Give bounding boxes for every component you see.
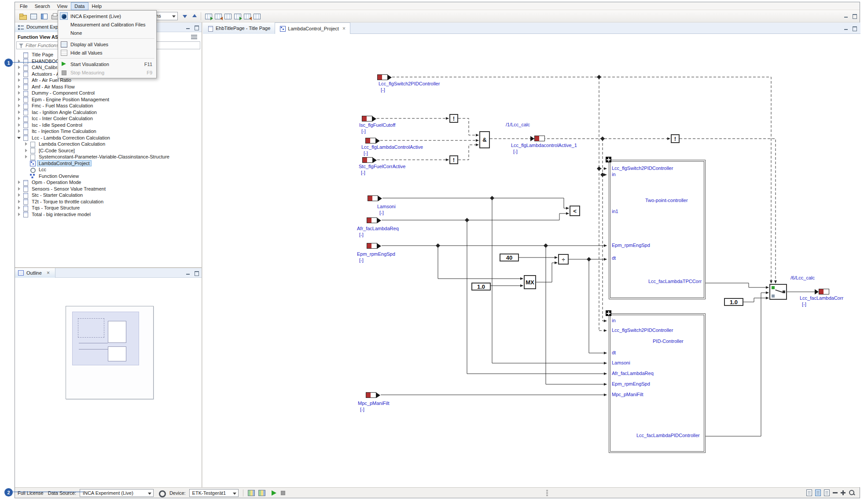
output-port-icon[interactable]	[815, 289, 829, 294]
tree-item[interactable]: Isc - Idle Speed Control	[15, 122, 202, 129]
menu-item[interactable]: Hide all Values	[59, 48, 156, 57]
table-import-icon[interactable]	[204, 12, 213, 21]
device-combo[interactable]: ETK-Testgerät1	[189, 489, 239, 497]
menubar-item[interactable]: View	[54, 2, 71, 10]
expander-icon[interactable]	[17, 90, 22, 96]
zoom-in-icon[interactable]	[841, 490, 846, 495]
outline-thumbnail[interactable]	[66, 306, 154, 399]
gear-icon[interactable]	[158, 489, 165, 497]
expander-icon[interactable]	[17, 52, 22, 58]
tree-item[interactable]: Amf - Air Mass Flow	[15, 84, 202, 90]
expander-icon[interactable]	[24, 147, 29, 154]
menu-item[interactable]: INCA Experiment (Live)	[59, 12, 156, 20]
expander-icon[interactable]	[17, 115, 22, 122]
measure-grid-icon[interactable]	[248, 490, 255, 496]
menu-item[interactable]: Start Visualization F11	[59, 60, 156, 68]
expander-icon[interactable]	[24, 141, 29, 147]
editor-tab[interactable]: LambdaControl_Project	[275, 22, 350, 34]
menu-item[interactable]: Display all Values	[59, 40, 156, 48]
tree-item[interactable]: Itc - Injection Time Calculation	[15, 128, 202, 135]
expander-icon[interactable]	[17, 71, 22, 77]
input-port-icon[interactable]	[362, 116, 376, 121]
expander-icon[interactable]	[17, 211, 22, 218]
block-diagram-canvas[interactable]: !!&!<÷MX401.01.0	[203, 34, 860, 487]
maximize-icon[interactable]	[852, 13, 857, 18]
menu-item[interactable]	[60, 57, 154, 59]
panel-minimize-icon[interactable]	[185, 25, 191, 30]
tree-item[interactable]: Fmc - Fuel Mass Calculation	[15, 103, 202, 109]
expander-icon[interactable]	[17, 205, 22, 211]
view-mode-1-icon[interactable]	[806, 489, 812, 496]
operator-block[interactable]: &	[479, 131, 490, 148]
menubar-item[interactable]: File	[16, 2, 31, 10]
editor-tab[interactable]: EhbTitlePage - Title Page	[203, 22, 275, 34]
menubar-item[interactable]: Search	[31, 2, 54, 10]
expand-plus-icon[interactable]	[606, 157, 611, 162]
statusbar-gripper[interactable]	[546, 490, 548, 496]
table-link-icon[interactable]	[233, 12, 242, 21]
expander-icon[interactable]	[17, 96, 22, 103]
navigate-up-icon[interactable]	[190, 12, 199, 21]
table-icon[interactable]	[224, 12, 232, 21]
view-mode-3-icon[interactable]	[824, 489, 830, 496]
editor-minimize-icon[interactable]	[843, 26, 849, 31]
operator-block[interactable]: 40	[500, 254, 519, 261]
tree-item[interactable]: Lambda Correction Calculation	[15, 141, 202, 147]
expand-plus-icon[interactable]	[606, 310, 611, 316]
close-tab-icon[interactable]	[342, 26, 346, 32]
input-port-icon[interactable]	[366, 392, 380, 398]
datasource-combo[interactable]: INCA Experiment (Live)	[80, 489, 154, 497]
expander-icon[interactable]	[17, 179, 22, 186]
panel-maximize-icon[interactable]	[194, 270, 199, 276]
operator-block[interactable]: 1.0	[471, 283, 491, 291]
tree-item[interactable]: Tqs - Torque Structure	[15, 205, 202, 211]
operator-block[interactable]: MX	[524, 275, 536, 289]
expander-icon[interactable]	[24, 160, 29, 167]
tree-item[interactable]: Opm - Operation Mode	[15, 179, 202, 186]
expander-icon[interactable]	[24, 166, 29, 173]
menu-item[interactable]: None	[59, 29, 156, 37]
expander-icon[interactable]	[17, 77, 22, 84]
tree-item[interactable]: Dummy - Component Control	[15, 90, 202, 96]
tab-outline[interactable]: Outline	[15, 268, 55, 278]
calibration-grid-icon[interactable]	[258, 490, 265, 496]
open-folder-icon[interactable]	[18, 12, 27, 21]
tree-item[interactable]: T2t - Torque to throttle calculation	[15, 199, 202, 205]
input-port-icon[interactable]	[367, 243, 381, 249]
expander-icon[interactable]	[17, 58, 22, 65]
tree-item[interactable]: Systemconstant-Parameter-Variable-Classi…	[15, 154, 202, 160]
tree-item[interactable]: Function Overview	[15, 173, 202, 180]
stop-measuring-icon[interactable]	[281, 491, 285, 495]
tree-item[interactable]: LambdaControl_Project	[15, 160, 202, 167]
menu-item[interactable]	[60, 37, 154, 39]
start-measuring-icon[interactable]	[272, 490, 276, 496]
expander-icon[interactable]	[17, 84, 22, 90]
tree-item[interactable]: Sensors - Sensor Value Treatment	[15, 186, 202, 192]
switch-block[interactable]	[769, 284, 787, 300]
tree-item[interactable]: Lcc	[15, 166, 202, 173]
expander-icon[interactable]	[17, 103, 22, 109]
expander-icon[interactable]	[24, 154, 29, 160]
tree-item[interactable]: Total - big interactive model	[15, 211, 202, 218]
operator-block[interactable]: !	[449, 155, 458, 164]
menu-item[interactable]: Stop Measuring F9	[59, 68, 156, 77]
menubar-item[interactable]: Data	[71, 2, 88, 10]
tree-item[interactable]: Icc - Inter Cooler Calculation	[15, 115, 202, 122]
panel-maximize-icon[interactable]	[194, 25, 199, 30]
operator-block[interactable]: !	[449, 114, 458, 123]
close-outline-icon[interactable]	[47, 270, 50, 276]
table-sync-icon[interactable]	[243, 12, 252, 21]
tree-item[interactable]: Epm - Engine Position Management	[15, 96, 202, 103]
expander-icon[interactable]	[17, 122, 22, 129]
expander-icon[interactable]	[17, 192, 22, 199]
input-port-icon[interactable]	[368, 195, 382, 201]
expander-icon[interactable]	[17, 109, 22, 116]
window-grid-icon[interactable]	[29, 12, 38, 21]
tree-item[interactable]: Lcc - Lambda Correction Calculation	[15, 135, 202, 141]
operator-block[interactable]: <	[570, 206, 580, 216]
table-refresh-icon[interactable]	[253, 12, 261, 21]
operator-block[interactable]: 1.0	[724, 298, 743, 306]
expander-icon[interactable]	[17, 186, 22, 192]
expander-icon[interactable]	[17, 64, 22, 71]
tree-item[interactable]: [C-Code Source]	[15, 147, 202, 154]
